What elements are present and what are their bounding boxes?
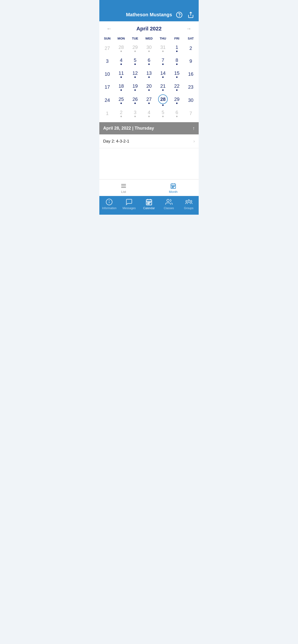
calendar-day[interactable]: 3 (100, 54, 114, 68)
day-number: 30 (188, 97, 193, 103)
calendar-day[interactable]: 8 (170, 54, 184, 68)
calendar-day[interactable]: 2 (184, 42, 198, 54)
day-number: 11 (118, 70, 124, 76)
svg-point-28 (188, 200, 189, 201)
event-list: Day 2: 4-3-2-1 › (99, 134, 199, 179)
event-dot (134, 116, 136, 117)
month-navigation: ← April 2022 → (99, 21, 199, 35)
calendar-day[interactable]: 9 (184, 54, 198, 68)
day-number: 10 (105, 71, 110, 77)
calendar-day[interactable]: 15 (170, 68, 184, 80)
next-month-button[interactable]: → (184, 25, 194, 33)
event-dot (120, 50, 122, 52)
day-number: 23 (188, 84, 193, 90)
day-number: 16 (188, 71, 193, 77)
event-dot (120, 89, 122, 91)
calendar-day[interactable]: 5 (128, 54, 142, 68)
calendar-day[interactable]: 6 (142, 54, 156, 68)
svg-point-27 (167, 199, 169, 202)
calendar-day[interactable]: 16 (184, 68, 198, 80)
day-number: 21 (160, 83, 166, 89)
scroll-up-icon[interactable]: ↑ (192, 126, 195, 131)
calendar-day[interactable]: 27 (142, 94, 156, 107)
event-dot (120, 76, 122, 78)
calendar-day[interactable]: 20 (142, 80, 156, 94)
calendar-day[interactable]: 10 (100, 68, 114, 80)
event-dot (120, 102, 122, 104)
svg-point-30 (190, 200, 192, 202)
calendar-day[interactable]: 5 (156, 107, 170, 120)
calendar-day[interactable]: 4 (142, 107, 156, 120)
calendar-day[interactable]: 18 (114, 80, 128, 94)
list-view-button[interactable]: List (113, 182, 134, 194)
calendar-day[interactable]: 4 (114, 54, 128, 68)
nav-item-messages[interactable]: Messages (122, 198, 136, 210)
day-number: 19 (132, 83, 138, 89)
day-number: 9 (189, 58, 192, 64)
event-dot (148, 89, 150, 91)
day-number: 22 (174, 83, 180, 89)
day-number: 28 (118, 44, 124, 50)
calendar-day[interactable]: 22 (170, 80, 184, 94)
calendar-day[interactable]: 19 (128, 80, 142, 94)
calendar-day[interactable]: 3 (128, 107, 142, 120)
calendar-day[interactable]: 17 (100, 80, 114, 94)
calendar-day[interactable]: 30 (184, 94, 198, 107)
event-dot (176, 102, 178, 104)
day-header-wed: WED (142, 35, 156, 42)
event-dot (134, 89, 136, 91)
prev-month-button[interactable]: ← (104, 25, 114, 33)
event-item[interactable]: Day 2: 4-3-2-1 › (99, 134, 199, 148)
day-number: 4 (147, 110, 150, 115)
event-dot (148, 76, 150, 78)
calendar-day[interactable]: 30 (142, 42, 156, 54)
calendar-day[interactable]: 21 (156, 80, 170, 94)
event-chevron-right-icon: › (193, 139, 195, 144)
help-icon-button[interactable] (175, 11, 183, 19)
svg-point-29 (186, 200, 187, 202)
calendar-day[interactable]: 28 (156, 94, 170, 107)
event-dot (134, 102, 136, 104)
nav-item-calendar[interactable]: Calendar (142, 198, 156, 210)
calendar-day[interactable]: 7 (156, 54, 170, 68)
calendar-day[interactable]: 13 (142, 68, 156, 80)
calendar-day[interactable]: 23 (184, 80, 198, 94)
calendar-day[interactable]: 14 (156, 68, 170, 80)
selected-date-header: April 28, 2022 | Thursday ↑ (99, 122, 199, 134)
day-number: 31 (160, 44, 166, 50)
calendar-day[interactable]: 28 (114, 42, 128, 54)
calendar-day[interactable]: 2 (114, 107, 128, 120)
calendar-day[interactable]: 1 (170, 42, 184, 54)
svg-point-10 (172, 186, 173, 187)
event-dot (148, 50, 150, 52)
calendar-day[interactable]: 1 (100, 107, 114, 120)
day-number: 30 (146, 44, 152, 50)
event-dot (148, 64, 150, 65)
nav-label-calendar: Calendar (143, 206, 155, 210)
month-title: April 2022 (136, 26, 162, 32)
calendar-day[interactable]: 25 (114, 94, 128, 107)
day-number: 7 (189, 110, 192, 116)
day-headers: SUN MON TUE WED THU FRI SAT (99, 35, 199, 42)
day-number: 15 (174, 70, 180, 76)
day-header-sat: SAT (184, 35, 198, 42)
nav-item-classes[interactable]: Classes (162, 198, 176, 210)
calendar-day[interactable]: 31 (156, 42, 170, 54)
share-icon-button[interactable] (187, 11, 195, 19)
day-number: 29 (132, 44, 138, 50)
calendar-day[interactable]: 12 (128, 68, 142, 80)
calendar-day[interactable]: 6 (170, 107, 184, 120)
svg-point-14 (173, 187, 174, 188)
calendar-day[interactable]: 29 (170, 94, 184, 107)
event-dot (176, 64, 178, 65)
calendar-day[interactable]: 11 (114, 68, 128, 80)
calendar-day[interactable]: 26 (128, 94, 142, 107)
app-title: Matheson Mustangs (126, 12, 172, 18)
calendar-day[interactable]: 7 (184, 107, 198, 120)
calendar-day[interactable]: 27 (100, 42, 114, 54)
calendar-day[interactable]: 29 (128, 42, 142, 54)
calendar-day[interactable]: 24 (100, 94, 114, 107)
month-view-button[interactable]: Month (162, 182, 185, 194)
nav-item-information[interactable]: Information (102, 198, 116, 210)
nav-item-groups[interactable]: Groups (182, 198, 196, 210)
